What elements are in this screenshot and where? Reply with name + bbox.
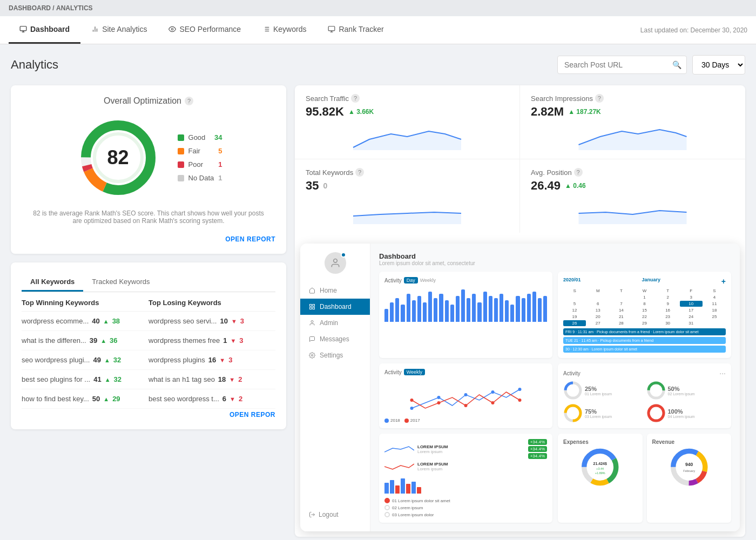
optimization-help-icon[interactable]: ?	[185, 97, 193, 105]
open-report-keywords[interactable]: OPEN REPOR	[22, 409, 275, 418]
logout-icon	[309, 511, 315, 518]
kw-winning-cell: seo wordpress plugi... 49 ▲ 32	[22, 356, 148, 364]
svg-point-42	[518, 399, 522, 402]
preview-sidebar-admin[interactable]: Admin	[300, 315, 370, 331]
tab-bar: Dashboard Site Analytics SEO Performance…	[0, 16, 756, 44]
search-icon: 🔍	[672, 60, 681, 69]
legend-nodata: No Data 1	[178, 174, 222, 182]
preview-sidebar-dashboard[interactable]: Dashboard	[300, 299, 370, 315]
donut-item-1: 25% 01 Lorem ipsum	[563, 381, 643, 400]
page-title: Analytics	[11, 58, 58, 72]
donut-2-svg	[646, 381, 666, 400]
donuts-more[interactable]: ···	[719, 369, 726, 377]
svg-point-30	[311, 321, 313, 323]
activity-label: Activity Day Weekly	[384, 277, 547, 284]
line-chart-legend: 2018 2017	[384, 418, 547, 423]
tab-all-keywords[interactable]: All Keywords	[22, 273, 83, 292]
radio-list: 01 Lorem ipsum dolor sit amet 02 Lorem i…	[384, 498, 547, 517]
tab-dashboard[interactable]: Dashboard	[9, 16, 80, 44]
bar	[538, 298, 542, 322]
legend-good-dot	[178, 134, 184, 141]
traffic-svg	[306, 123, 509, 150]
tab-tracked-keywords[interactable]: Tracked Keywords	[83, 273, 158, 292]
dashboard-preview: Home Dashboard Admin	[300, 244, 740, 531]
week-button[interactable]: Weekly	[420, 278, 436, 283]
svg-point-34	[437, 396, 441, 399]
optimization-card: Overall Optimization ?	[11, 85, 286, 254]
col-winning: Top Winning Keywords	[22, 299, 148, 307]
preview-sidebar-settings[interactable]: Settings	[300, 347, 370, 363]
admin-icon	[309, 320, 315, 326]
svg-text:February: February	[683, 469, 695, 473]
lorem-line-1	[384, 444, 414, 455]
tab-site-analytics[interactable]: Site Analytics	[80, 16, 158, 44]
kw-winning-cell: how to find best key... 50 ▲ 29	[22, 395, 148, 403]
bar	[445, 300, 449, 322]
bar	[494, 298, 498, 322]
table-row: what is the differen... 39 ▲ 36 wordpres…	[22, 331, 275, 350]
days-filter-select[interactable]: 30 Days 7 Days 90 Days	[692, 55, 745, 75]
donuts-grid: 25% 01 Lorem ipsum	[563, 381, 726, 423]
preview-sidebar-messages[interactable]: Messages	[300, 331, 370, 347]
svg-rect-28	[310, 307, 312, 309]
bar	[516, 296, 519, 322]
stat-impressions: Search Impressions ? 2.82M ▲ 187.27K	[520, 85, 745, 159]
radio-filled	[384, 498, 390, 503]
page-header: Analytics 🔍 30 Days 7 Days 90 Days	[11, 55, 745, 75]
svg-point-38	[410, 399, 414, 402]
donut-chart: 82	[75, 114, 161, 201]
bar	[417, 296, 421, 322]
lorem-line-2	[384, 461, 414, 472]
donut-item-3: 75% 03 Lorem ipsum	[563, 403, 643, 423]
open-report-link[interactable]: OPEN REPORT	[22, 233, 275, 243]
optimization-title: Overall Optimization ?	[22, 96, 275, 106]
tab-rank-tracker[interactable]: Rank Tracker	[317, 16, 394, 44]
stat-traffic-value: 95.82K ▲ 3.66K	[306, 105, 509, 119]
bar	[532, 292, 536, 322]
bar	[500, 294, 503, 322]
col-losing: Top Losing Keywords	[148, 299, 275, 307]
optimization-description: 82 is the average Rank Math's SEO score.…	[22, 210, 275, 225]
tab-seo-performance[interactable]: SEO Performance	[158, 16, 252, 44]
last-updated: Last updated on: December 30, 2020	[640, 18, 747, 43]
breadcrumb-current: ANALYTICS	[56, 4, 93, 12]
svg-point-33	[410, 407, 414, 410]
preview-donuts-card: Activity ···	[558, 363, 731, 428]
monitor-icon	[19, 25, 27, 33]
day-button[interactable]: Day	[404, 277, 418, 284]
search-input[interactable]	[557, 56, 687, 74]
bar	[384, 309, 388, 322]
calendar-add-button[interactable]: +	[721, 277, 726, 286]
stat-traffic-help[interactable]: ?	[351, 94, 360, 103]
preview-sidebar-home[interactable]: Home	[300, 282, 370, 299]
preview-logout[interactable]: Logout	[300, 507, 370, 523]
bar	[510, 305, 514, 322]
svg-point-37	[518, 388, 522, 391]
stat-impressions-value: 2.82M ▲ 187.27K	[531, 105, 734, 119]
impressions-svg	[531, 123, 734, 150]
lorem-row-2: LOREM IPSUM Lorem ipsum	[384, 461, 547, 472]
calendar-event: 30 · 12:30 am · Lorem ipsum dolor sit am…	[563, 346, 726, 353]
impressions-chart	[531, 123, 734, 150]
mini-calendar: 2020/01 January + SMTWTFS 1234 567891011	[563, 277, 726, 353]
calendar-event: FRI 9 · 11:31 am · Pickup documents from…	[563, 328, 726, 335]
svg-point-31	[312, 355, 313, 356]
stats-card: Search Traffic ? 95.82K ▲ 3.66K	[295, 85, 745, 537]
optimization-body: 82 Good 34 Fair 5	[22, 114, 275, 201]
kw-winning-cell: best seo plugins for ... 41 ▲ 32	[22, 375, 148, 383]
breadcrumb-dashboard[interactable]: DASHBOARD	[9, 4, 51, 12]
preview-content: Dashboard Lorem ipsum dolor sit amet, co…	[370, 244, 740, 531]
stat-impressions-help[interactable]: ?	[595, 94, 604, 103]
avatar-badge	[341, 252, 346, 258]
stat-keywords-help[interactable]: ?	[355, 168, 364, 177]
svg-rect-26	[310, 305, 312, 307]
bar	[434, 298, 437, 322]
weekly-btn[interactable]: Weekly	[404, 369, 425, 375]
stat-position-help[interactable]: ?	[574, 168, 583, 177]
bar	[489, 296, 492, 322]
bar	[439, 294, 443, 322]
stat-position-value: 26.49 ▲ 0.46	[531, 179, 734, 193]
tab-keywords[interactable]: Keywords	[252, 16, 317, 44]
position-svg	[531, 197, 734, 224]
bar	[483, 292, 487, 322]
